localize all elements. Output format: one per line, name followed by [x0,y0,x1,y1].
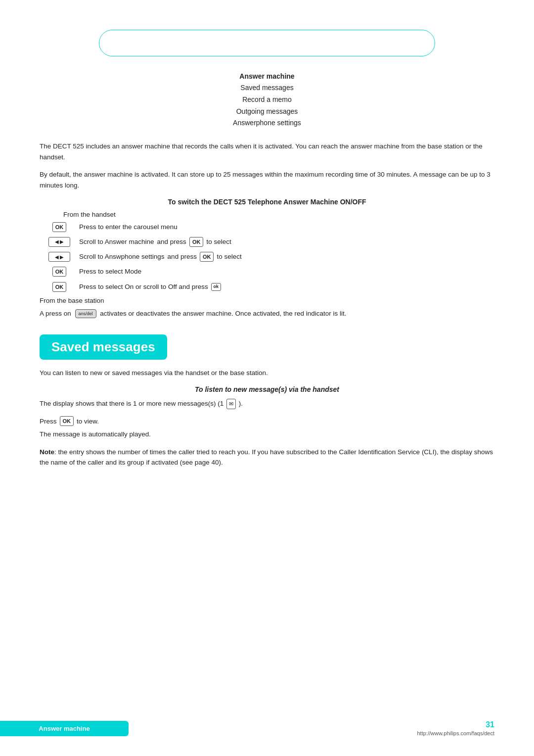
scroll-button-1: ◀ ▶ [48,237,70,247]
ok-button-5b: ok [211,283,221,291]
press-label: Press [40,418,57,425]
instruction-row-5: OK Press to select On or scroll to Off a… [40,282,494,292]
base-station-text-2: activates or deactivates the answer mach… [100,310,346,317]
ok-button-view: OK [60,416,74,426]
saved-intro: You can listen to new or saved messages … [40,368,494,378]
instruction-row-3: ◀ ▶ Scroll to Answphone settings and pre… [40,252,494,262]
ok-button-1: OK [52,222,67,232]
intro-para-1: The DECT 525 includes an answer machine … [40,141,494,162]
page-wrapper: Answer machine Saved messages Record a m… [0,0,534,756]
text-col-4: Press to select Mode [79,267,494,277]
left-arrow-icon-2: ◀ [55,254,59,260]
base-station-text: A press on ans/del activates or deactiva… [40,308,494,319]
switch-heading: To switch the DECT 525 Telephone Answer … [40,198,494,206]
note-label: Note [40,448,54,456]
text-col-3: Scroll to Answphone settings and press O… [79,252,494,262]
instruction-text-5a: Press to select On or scroll to Off and … [79,282,208,292]
saved-messages-heading: Saved messages [40,334,167,360]
menu-section: Answer machine Saved messages Record a m… [40,72,494,129]
menu-item-3: Outgoing messages [40,106,494,118]
instruction-text-3b: and press [168,252,197,262]
instruction-row-1: OK Press to enter the carousel menu [40,222,494,232]
ok-button-4: OK [52,267,67,277]
scroll-button-2: ◀ ▶ [48,252,70,262]
menu-items: Saved messages Record a memo Outgoing me… [40,82,494,129]
footer-bar: Answer machine 31 http://www.philips.com… [0,720,534,736]
top-menu-box [99,30,435,56]
btn-col-5: OK [40,282,79,292]
display-shows-1: The display shows that there is 1 or mor… [40,400,223,407]
footer-label: Answer machine [0,721,129,736]
footer-page-number: 31 [486,720,494,729]
intro-para-2: By default, the answer machine is activa… [40,169,494,190]
menu-item-4: Answerphone settings [40,117,494,129]
display-shows-2: ). [239,400,243,407]
base-station-text-1: A press on [40,310,71,317]
auto-played-text: The message is automatically played. [40,429,494,440]
text-col-5: Press to select On or scroll to Off and … [79,282,494,292]
footer-right: 31 http://www.philips.com/faqs/dect [417,720,534,736]
note-text: : the entry shows the number of times th… [40,448,493,467]
menu-item-1: Saved messages [40,82,494,94]
envelope-icon: ✉ [226,399,236,410]
ok-button-5: OK [52,282,67,292]
instruction-text-2b: and press [157,237,186,247]
ok-button-3: OK [200,252,214,262]
press-ok-row: Press OK to view. [40,416,494,426]
menu-item-2: Record a memo [40,94,494,106]
btn-col-3: ◀ ▶ [40,252,79,262]
press-ok-2: to view. [77,418,99,425]
footer-url: http://www.philips.com/faqs/dect [417,730,494,736]
note-paragraph: Note: the entry shows the number of time… [40,447,494,468]
instruction-text-4: Press to select Mode [79,267,141,277]
saved-messages-section: Saved messages [40,326,494,368]
text-col-2: Scroll to Answer machine and press OK to… [79,237,494,247]
ok-button-2: OK [189,237,204,247]
instruction-text-3a: Scroll to Answphone settings [79,252,165,262]
instruction-text-2c: to select [206,237,231,247]
instruction-text-3c: to select [217,252,241,262]
text-col-1: Press to enter the carousel menu [79,222,494,232]
listen-heading: To listen to new message(s) via the hand… [40,385,494,393]
from-handset-label: From the handset [63,211,494,218]
answer-machine-icon: ans/del [75,309,96,318]
instruction-text-2a: Scroll to Answer machine [79,237,154,247]
instruction-table: OK Press to enter the carousel menu ◀ ▶ … [40,222,494,292]
instruction-text-1: Press to enter the carousel menu [79,222,178,232]
btn-col-4: OK [40,267,79,277]
left-arrow-icon: ◀ [55,239,59,244]
instruction-row-4: OK Press to select Mode [40,267,494,277]
btn-col-2: ◀ ▶ [40,237,79,247]
right-arrow-icon-2: ▶ [60,254,64,260]
from-base-station-label: From the base station [40,297,494,304]
display-shows-text: The display shows that there is 1 or mor… [40,398,494,409]
btn-col-1: OK [40,222,79,232]
menu-title: Answer machine [40,72,494,80]
instruction-row-2: ◀ ▶ Scroll to Answer machine and press O… [40,237,494,247]
right-arrow-icon: ▶ [60,239,64,244]
